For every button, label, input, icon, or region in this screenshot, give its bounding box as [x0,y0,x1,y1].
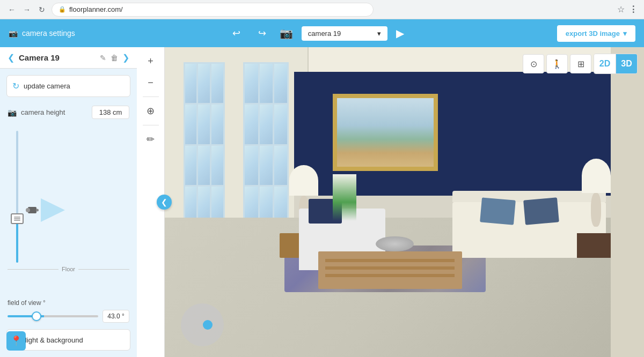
update-camera-button[interactable]: ↻ update camera [6,75,130,97]
3d-mode-button[interactable]: 3D [616,54,637,73]
export-arrow-icon: ▾ [623,29,627,38]
floor-indicator: Floor [8,266,129,272]
refresh-icon: ↻ [12,81,19,91]
lamp-shade-right [582,159,611,193]
height-slider-thumb[interactable] [11,213,24,224]
location-pin-button[interactable]: 📍 [6,331,26,351]
url-text: floorplanner.com/ [69,5,123,13]
fov-value: 43.0 ° [103,310,129,323]
window-pane [274,146,287,185]
forward-button[interactable]: → [21,4,32,15]
fov-section: field of view ° 43.0 ° [0,299,137,329]
bookmark-button[interactable]: ☆ [617,4,625,14]
side-table-right [577,233,615,258]
camera-header: ❮ Camera 19 ✎ 🗑 ❯ [0,47,137,69]
camera-diagram [28,198,65,222]
window-pane [245,105,258,144]
window-pane [245,146,258,185]
camera-height-label: camera height [21,108,87,116]
app-container: 📷 camera settings ↩ ↪ 📷 camera 19 ▾ ▶ ex… [0,19,644,357]
3d-label: 3D [621,59,632,69]
window-pane [260,105,273,144]
walk-icon: 🚶 [552,59,562,69]
lamp-base-right [591,193,601,227]
toolbar-title: camera settings [22,29,75,38]
address-bar[interactable]: 🔒 floorplanner.com/ [52,3,374,17]
toolbar-center: ↩ ↪ 📷 camera 19 ▾ ▶ [82,25,551,42]
prev-camera-button[interactable]: ❮ [8,53,14,63]
2d-label: 2D [599,59,610,69]
dropdown-arrow-icon: ▾ [377,29,381,38]
left-panel: ❮ Camera 19 ✎ 🗑 ❯ ↻ update camera 📷 came… [0,47,137,357]
more-button[interactable]: ⋮ [629,4,638,14]
undo-button[interactable]: ↩ [228,25,245,42]
navigation-control[interactable] [181,303,224,346]
lamp-right [582,159,611,227]
delete-camera-button[interactable]: 🗑 [111,54,118,62]
next-camera-button[interactable]: ❯ [122,53,129,63]
toolbar-right: export 3D image ▾ [557,25,635,42]
coffee-table [318,251,462,288]
camera-fov-shape [41,198,65,222]
target-tool-button[interactable]: ⊕ [141,101,160,121]
window-pane [211,105,223,144]
settings-view-button[interactable]: ⊞ [570,54,591,73]
window-pane [260,146,273,185]
pillow-sofa-1 [523,198,559,226]
export-3d-button[interactable]: export 3D image ▾ [557,25,635,42]
window-pane [274,105,287,144]
location-pin-icon: 📍 [10,335,22,347]
window-pane [245,64,258,103]
floor-line-left [8,269,58,270]
export-label: export 3D image [566,29,620,38]
fov-slider-row: 43.0 ° [8,310,129,323]
wall-artwork [333,94,438,172]
floor-line-right [78,269,129,270]
plus-icon: + [148,56,153,67]
middle-tools: + − ⊕ ✏ ❮ [137,47,165,357]
window-pane [185,64,197,103]
table-slat [325,274,455,277]
target-icon: ⊕ [147,105,155,117]
window-pane [198,64,210,103]
back-button[interactable]: ← [6,4,17,15]
2d-3d-toggle: 2D 3D [594,54,638,74]
window-pane [260,64,273,103]
add-tool-button[interactable]: + [141,51,160,71]
thumb-grip-icon [14,218,20,219]
window-pane [211,64,223,103]
window-pane [198,146,210,185]
camera-lens-shape [36,209,39,212]
redo-button[interactable]: ↪ [254,25,271,42]
browser-chrome: ← → ↻ 🔒 floorplanner.com/ ☆ ⋮ [0,0,644,19]
window-pane [185,105,197,144]
window-pane [211,146,223,185]
top-toolbar: 📷 camera settings ↩ ↪ 📷 camera 19 ▾ ▶ ex… [0,19,644,47]
reload-button[interactable]: ↻ [36,4,47,15]
orbit-view-button[interactable]: ⊙ [523,54,544,73]
grid-settings-icon: ⊞ [577,59,584,69]
lamp-shade-left [289,165,318,196]
edit-camera-button[interactable]: ✎ [100,54,106,62]
view-toolbar: ⊙ 🚶 ⊞ 2D 3D [523,54,638,74]
collapse-panel-button[interactable]: ❮ [157,195,172,210]
fov-label: field of view ° [8,299,129,307]
tool-divider-2 [143,125,159,125]
window-right [239,58,293,232]
walk-view-button[interactable]: 🚶 [546,54,568,73]
draw-tool-button[interactable]: ✏ [141,130,160,149]
camera-settings-icon: 📷 [9,29,18,38]
remove-tool-button[interactable]: − [141,73,160,92]
2d-mode-button[interactable]: 2D [594,54,616,73]
right-wall [611,47,645,357]
camera-name: Camera 19 [19,53,96,62]
fov-slider[interactable] [8,315,98,317]
window-left [179,58,229,232]
window-pane [185,146,197,185]
toolbar-left: 📷 camera settings [9,29,75,38]
main-3d-view: ⊙ 🚶 ⊞ 2D 3D [165,47,644,357]
camera-dropdown[interactable]: camera 19 ▾ [302,26,387,41]
play-button[interactable]: ▶ [396,27,404,40]
lock-icon: 🔒 [58,6,66,13]
camera-height-input[interactable] [92,106,129,119]
